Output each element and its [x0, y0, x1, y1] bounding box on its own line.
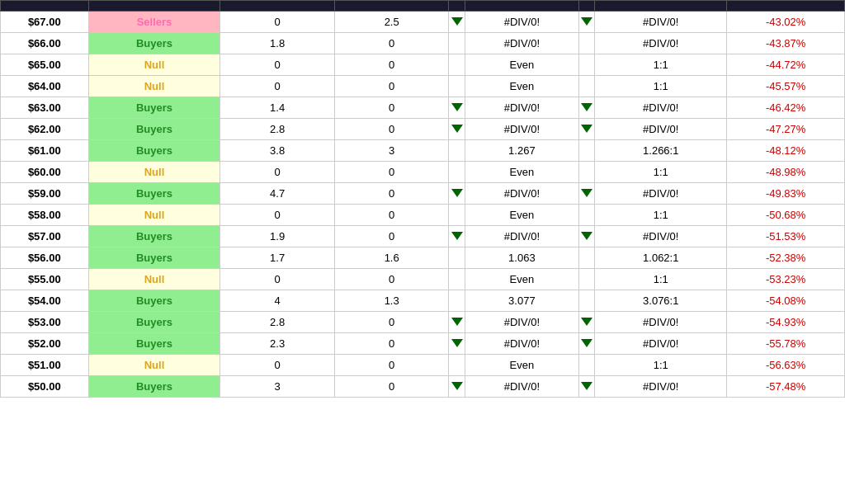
divider-arrow-1: [449, 162, 465, 183]
divider-arrow-1: [449, 119, 465, 140]
price-cell: $56.00: [1, 247, 89, 269]
ratio-refined-cell: #DIV/0!: [595, 97, 727, 119]
from-price-cell: -53.23%: [727, 269, 845, 290]
buyers-sellers-cell: Buyers: [88, 119, 220, 140]
boxes-buyers-cell: 4.7: [220, 183, 335, 205]
ratio-refined-cell: #DIV/0!: [595, 333, 727, 355]
header-from-price: [727, 1, 845, 12]
price-cell: $55.00: [1, 269, 89, 290]
down-arrow-icon: [581, 382, 592, 390]
boxes-sellers-cell: 0: [334, 183, 449, 205]
ratio-refined-cell: #DIV/0!: [595, 376, 727, 398]
header-price: [1, 1, 89, 12]
boxes-sellers-cell: 0: [334, 205, 449, 226]
ratio-cell: #DIV/0!: [465, 12, 579, 33]
down-arrow-icon: [451, 339, 463, 347]
ratio-cell: 1.063: [465, 247, 579, 269]
buyers-sellers-cell: Buyers: [88, 97, 220, 119]
price-cell: $66.00: [1, 33, 89, 54]
buyers-sellers-cell: Buyers: [88, 333, 220, 355]
header-ratio: [465, 1, 579, 12]
buyers-sellers-cell: Buyers: [88, 312, 220, 333]
buyers-sellers-cell: Null: [88, 269, 220, 290]
divider-arrow-2: [579, 33, 595, 54]
price-cell: $58.00: [1, 205, 89, 226]
divider-arrow-1: [449, 33, 465, 54]
ratio-cell: #DIV/0!: [465, 312, 579, 333]
ratio-cell: #DIV/0!: [465, 333, 579, 355]
buyers-sellers-cell: Buyers: [88, 140, 220, 162]
price-cell: $65.00: [1, 54, 89, 76]
divider-arrow-1: [449, 376, 465, 398]
ratio-cell: 3.077: [465, 290, 579, 312]
price-cell: $52.00: [1, 333, 89, 355]
ratio-refined-cell: #DIV/0!: [595, 33, 727, 54]
buyers-sellers-cell: Sellers: [88, 12, 220, 33]
down-arrow-icon: [581, 339, 592, 347]
ratio-cell: 1.267: [465, 140, 579, 162]
boxes-sellers-cell: 0: [334, 355, 449, 376]
divider-arrow-2: [579, 290, 595, 312]
boxes-buyers-cell: 1.7: [220, 247, 335, 269]
ratio-cell: Even: [465, 269, 579, 290]
ratio-refined-cell: 1:1: [595, 162, 727, 183]
boxes-buyers-cell: 3: [220, 376, 335, 398]
ratio-cell: Even: [465, 76, 579, 97]
buyers-sellers-cell: Null: [88, 205, 220, 226]
header-divider-2: [579, 1, 595, 12]
ratio-refined-cell: #DIV/0!: [595, 226, 727, 247]
ratio-cell: Even: [465, 355, 579, 376]
price-cell: $64.00: [1, 76, 89, 97]
divider-arrow-1: [449, 226, 465, 247]
divider-arrow-2: [579, 226, 595, 247]
ratio-cell: Even: [465, 54, 579, 76]
divider-arrow-1: [449, 312, 465, 333]
ratio-refined-cell: #DIV/0!: [595, 119, 727, 140]
ratio-cell: #DIV/0!: [465, 97, 579, 119]
header-buyers-sellers: [88, 1, 220, 12]
ratio-cell: #DIV/0!: [465, 33, 579, 54]
from-price-cell: -47.27%: [727, 119, 845, 140]
from-price-cell: -43.87%: [727, 33, 845, 54]
boxes-sellers-cell: 0: [334, 33, 449, 54]
divider-arrow-2: [579, 333, 595, 355]
down-arrow-icon: [451, 189, 463, 197]
price-cell: $53.00: [1, 312, 89, 333]
header-ratio-refined: [595, 1, 727, 12]
boxes-sellers-cell: 0: [334, 119, 449, 140]
divider-arrow-1: [449, 140, 465, 162]
ratio-refined-cell: #DIV/0!: [595, 183, 727, 205]
down-arrow-icon: [581, 318, 592, 326]
ratio-refined-cell: 1:1: [595, 205, 727, 226]
ratio-refined-cell: #DIV/0!: [595, 312, 727, 333]
boxes-sellers-cell: 0: [334, 333, 449, 355]
down-arrow-icon: [451, 17, 463, 26]
boxes-sellers-cell: 0: [334, 312, 449, 333]
ratio-cell: #DIV/0!: [465, 226, 579, 247]
boxes-buyers-cell: 0: [220, 269, 335, 290]
boxes-sellers-cell: 0: [334, 54, 449, 76]
divider-arrow-1: [449, 269, 465, 290]
divider-arrow-2: [579, 54, 595, 76]
divider-arrow-2: [579, 140, 595, 162]
from-price-cell: -48.12%: [727, 140, 845, 162]
price-cell: $63.00: [1, 97, 89, 119]
price-cell: $67.00: [1, 12, 89, 33]
from-price-cell: -56.63%: [727, 355, 845, 376]
divider-arrow-1: [449, 290, 465, 312]
ratio-cell: #DIV/0!: [465, 183, 579, 205]
price-cell: $62.00: [1, 119, 89, 140]
buyers-sellers-cell: Buyers: [88, 247, 220, 269]
boxes-sellers-cell: 0: [334, 97, 449, 119]
price-cell: $51.00: [1, 355, 89, 376]
price-cell: $57.00: [1, 226, 89, 247]
divider-arrow-1: [449, 333, 465, 355]
divider-arrow-2: [579, 97, 595, 119]
divider-arrow-2: [579, 162, 595, 183]
ratio-refined-cell: 3.076:1: [595, 290, 727, 312]
buyers-sellers-cell: Null: [88, 355, 220, 376]
divider-arrow-1: [449, 355, 465, 376]
down-arrow-icon: [451, 125, 463, 133]
ratio-refined-cell: 1:1: [595, 355, 727, 376]
header-boxes-buyers: [220, 1, 335, 12]
